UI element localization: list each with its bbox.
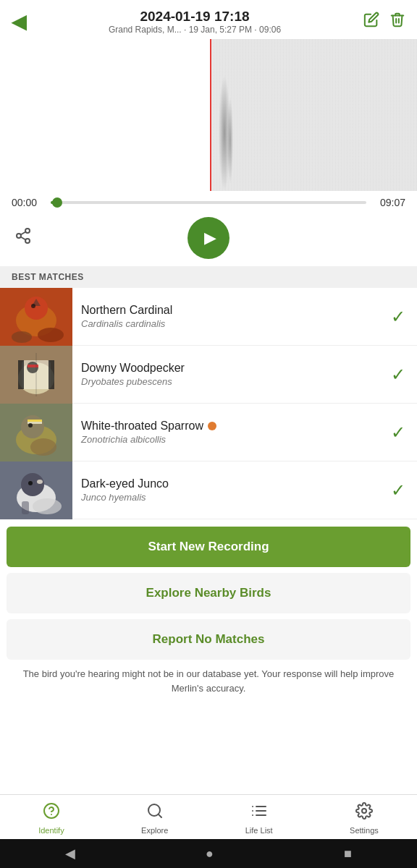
svg-point-10 bbox=[38, 328, 64, 342]
nav-item-lifelist[interactable]: Life List bbox=[245, 802, 273, 835]
best-matches-header: BEST MATCHES bbox=[0, 266, 417, 288]
settings-icon bbox=[355, 802, 373, 824]
svg-point-32 bbox=[33, 498, 62, 514]
orange-dot-indicator bbox=[208, 422, 216, 430]
bird-name-sparrow: White-throated Sparrow bbox=[81, 420, 382, 433]
bird-name-woodpecker: Downy Woodpecker bbox=[81, 362, 382, 375]
bird-row[interactable]: White-throated Sparrow Zonotrichia albic… bbox=[0, 404, 417, 461]
header: ◀ 2024-01-19 17:18 Grand Rapids, M... · … bbox=[0, 0, 417, 39]
bird-scientific-woodpecker: Dryobates pubescens bbox=[81, 376, 382, 387]
bird-row[interactable]: Dark-eyed Junco Junco hyemalis ✓ bbox=[0, 461, 417, 519]
svg-point-30 bbox=[28, 481, 33, 485]
svg-point-9 bbox=[31, 304, 35, 308]
play-icon: ▶ bbox=[204, 229, 216, 247]
svg-point-26 bbox=[30, 438, 56, 456]
bird-scientific-sparrow: Zonotrichia albicollis bbox=[81, 434, 382, 445]
bottom-nav: Identify Explore Life List bbox=[0, 794, 417, 839]
nav-label-lifelist: Life List bbox=[245, 826, 273, 835]
header-center: 2024-01-19 17:18 Grand Rapids, M... · 19… bbox=[26, 9, 363, 35]
svg-point-31 bbox=[37, 480, 43, 484]
android-back-button[interactable]: ◀ bbox=[65, 846, 75, 861]
bird-scientific-cardinal: Cardinalis cardinalis bbox=[81, 318, 382, 329]
spectrogram[interactable] bbox=[0, 39, 417, 191]
explore-icon bbox=[146, 802, 164, 824]
svg-rect-18 bbox=[28, 365, 38, 367]
svg-line-3 bbox=[21, 237, 26, 240]
svg-rect-16 bbox=[49, 360, 54, 389]
header-actions bbox=[363, 12, 405, 32]
bird-check-sparrow[interactable]: ✓ bbox=[391, 422, 417, 443]
bird-info-woodpecker: Downy Woodpecker Dryobates pubescens bbox=[72, 362, 391, 387]
best-matches-label: BEST MATCHES bbox=[12, 272, 84, 282]
svg-rect-33 bbox=[22, 501, 29, 514]
play-button[interactable]: ▶ bbox=[188, 217, 229, 259]
nav-item-explore[interactable]: Explore bbox=[141, 802, 168, 835]
share-button[interactable] bbox=[14, 227, 32, 249]
playback-bar: 00:00 09:07 bbox=[0, 191, 417, 214]
report-no-matches-button[interactable]: Report No Matches bbox=[7, 619, 410, 660]
recording-subtitle: Grand Rapids, M... · 19 Jan, 5:27 PM · 0… bbox=[26, 25, 363, 35]
bird-check-woodpecker[interactable]: ✓ bbox=[391, 365, 417, 385]
bird-info-sparrow: White-throated Sparrow Zonotrichia albic… bbox=[72, 420, 391, 445]
svg-point-22 bbox=[21, 415, 44, 438]
svg-point-44 bbox=[362, 809, 366, 813]
bird-check-junco[interactable]: ✓ bbox=[391, 480, 417, 501]
android-recent-button[interactable]: ■ bbox=[344, 846, 352, 861]
edit-icon[interactable] bbox=[363, 12, 379, 32]
explore-nearby-button[interactable]: Explore Nearby Birds bbox=[7, 573, 410, 613]
recording-title: 2024-01-19 17:18 bbox=[26, 9, 363, 25]
svg-line-4 bbox=[21, 232, 26, 235]
svg-rect-24 bbox=[28, 420, 42, 422]
bird-row[interactable]: Downy Woodpecker Dryobates pubescens ✓ bbox=[0, 346, 417, 404]
playback-position-line bbox=[210, 39, 211, 191]
time-current: 00:00 bbox=[12, 197, 43, 208]
bird-name-cardinal: Northern Cardinal bbox=[81, 304, 382, 317]
svg-point-29 bbox=[21, 473, 44, 496]
nav-item-settings[interactable]: Settings bbox=[350, 802, 379, 835]
start-recording-button[interactable]: Start New Recording bbox=[7, 527, 410, 567]
svg-rect-15 bbox=[18, 360, 24, 389]
android-home-button[interactable]: ● bbox=[206, 846, 214, 861]
bird-image-cardinal bbox=[0, 288, 72, 346]
android-navbar: ◀ ● ■ bbox=[0, 839, 417, 868]
nav-label-identify: Identify bbox=[38, 826, 64, 835]
identify-icon bbox=[43, 802, 60, 824]
bird-name-junco: Dark-eyed Junco bbox=[81, 477, 382, 490]
progress-thumb[interactable] bbox=[52, 197, 62, 208]
bird-scientific-junco: Junco hyemalis bbox=[81, 492, 382, 503]
nav-label-explore: Explore bbox=[141, 826, 168, 835]
lifelist-icon bbox=[250, 802, 268, 824]
svg-point-11 bbox=[12, 331, 32, 343]
progress-track[interactable] bbox=[51, 201, 366, 204]
time-total: 09:07 bbox=[374, 197, 405, 208]
controls-row: ▶ bbox=[0, 214, 417, 266]
svg-point-25 bbox=[28, 423, 33, 427]
delete-icon[interactable] bbox=[389, 12, 405, 32]
bird-info-cardinal: Northern Cardinal Cardinalis cardinalis bbox=[72, 304, 391, 329]
bird-row[interactable]: Northern Cardinal Cardinalis cardinalis … bbox=[0, 288, 417, 346]
info-text: The bird you're hearing might not be in … bbox=[0, 660, 417, 698]
nav-item-identify[interactable]: Identify bbox=[38, 802, 64, 835]
back-button[interactable]: ◀ bbox=[12, 11, 26, 33]
bird-image-sparrow bbox=[0, 404, 72, 461]
bird-check-cardinal[interactable]: ✓ bbox=[391, 307, 417, 327]
bird-image-woodpecker bbox=[0, 346, 72, 404]
bird-list: Northern Cardinal Cardinalis cardinalis … bbox=[0, 288, 417, 519]
bird-info-junco: Dark-eyed Junco Junco hyemalis bbox=[72, 477, 391, 503]
bird-image-junco bbox=[0, 461, 72, 519]
svg-line-37 bbox=[158, 814, 161, 817]
nav-label-settings: Settings bbox=[350, 826, 379, 835]
